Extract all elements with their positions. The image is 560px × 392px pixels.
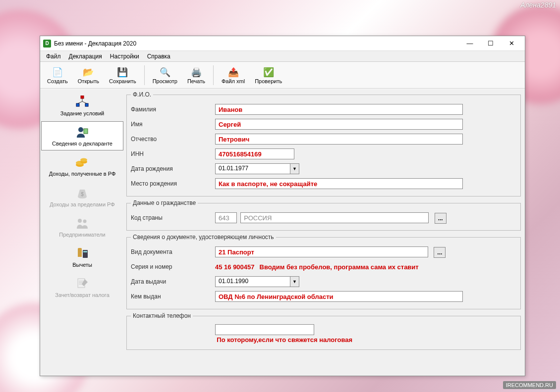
toolbar-separator bbox=[144, 65, 145, 85]
doc-type-input[interactable]: 21 Паспорт bbox=[215, 246, 428, 257]
sidebar-item-income-rf[interactable]: Доходы, полученные в РФ bbox=[41, 151, 123, 181]
sidebar-item-label: Зачет/возврат налога bbox=[55, 292, 110, 298]
sidebar-item-label: Предприниматели bbox=[59, 232, 105, 238]
fieldset-citizenship: Данные о гражданстве Код страны 643 РОСС… bbox=[126, 199, 521, 231]
series-note: Вводим без пробелов, программа сама их с… bbox=[260, 263, 419, 271]
menu-file[interactable]: Файл bbox=[42, 52, 65, 61]
country-browse-button[interactable]: ... bbox=[435, 213, 447, 224]
country-name-input: РОССИЯ bbox=[240, 212, 429, 223]
sidebar: Задание условий Сведения о декларанте До… bbox=[40, 89, 124, 376]
sack-icon: $ bbox=[74, 186, 91, 200]
app-window: D Без имени - Декларация 2020 — ☐ ✕ Файл… bbox=[40, 36, 525, 376]
open-folder-icon: 📂 bbox=[82, 66, 94, 78]
fieldset-fio: Ф.И.О. Фамилия Иванов Имя Сергей Отчеств… bbox=[126, 91, 521, 196]
svg-rect-7 bbox=[84, 129, 88, 134]
tb-open[interactable]: 📂 Открыть bbox=[74, 63, 103, 87]
inn-input[interactable]: 470516854169 bbox=[215, 148, 294, 159]
calculator-icon bbox=[74, 246, 91, 261]
issued-by-input[interactable]: ОВД №6 по Ленинградской области bbox=[215, 291, 463, 302]
document-edit-icon bbox=[74, 276, 91, 291]
svg-point-14 bbox=[83, 219, 87, 223]
surname-input[interactable]: Иванов bbox=[215, 104, 463, 115]
xml-export-icon: 📤 bbox=[227, 66, 239, 78]
watermark-site: IRECOMMEND.RU bbox=[503, 381, 556, 389]
conditions-icon bbox=[74, 95, 91, 109]
tb-preview-label: Просмотр bbox=[153, 78, 177, 84]
print-icon: 🖨️ bbox=[190, 66, 202, 78]
fieldset-contact: Контактный телефон По которому,если что … bbox=[126, 312, 521, 350]
svg-point-13 bbox=[78, 219, 82, 223]
tb-save-label: Сохранить bbox=[109, 78, 136, 84]
content-area: Задание условий Сведения о декларанте До… bbox=[40, 89, 525, 376]
country-code-input[interactable]: 643 bbox=[215, 212, 237, 223]
sidebar-item-label: Доходы за пределами РФ bbox=[50, 201, 114, 208]
close-button[interactable]: ✕ bbox=[501, 37, 522, 50]
sidebar-item-label: Доходы, полученные в РФ bbox=[49, 171, 116, 177]
sidebar-item-label: Вычеты bbox=[72, 262, 92, 268]
tb-open-label: Открыть bbox=[78, 78, 99, 84]
tb-print[interactable]: 🖨️ Печать bbox=[183, 63, 209, 87]
legend-fio: Ф.И.О. bbox=[131, 91, 153, 98]
menu-declaration[interactable]: Декларация bbox=[65, 52, 106, 61]
legend-citizenship: Данные о гражданстве bbox=[131, 199, 198, 206]
new-file-icon: 📄 bbox=[52, 66, 63, 78]
dob-label: Дата рождения bbox=[131, 165, 215, 172]
patronymic-input[interactable]: Петрович bbox=[215, 134, 463, 145]
issue-date-label: Дата выдачи bbox=[131, 278, 215, 285]
check-icon: ✅ bbox=[263, 66, 275, 78]
tb-xml[interactable]: 📤 Файл xml bbox=[218, 63, 249, 87]
series-label: Серия и номер bbox=[131, 263, 215, 270]
tb-preview[interactable]: 🔍 Просмотр bbox=[149, 63, 181, 87]
issue-date-value: 01.01.1990 bbox=[216, 277, 290, 287]
birthplace-input[interactable]: Как в паспорте, не сокращайте bbox=[215, 178, 463, 189]
chevron-down-icon[interactable]: ▼ bbox=[290, 277, 299, 287]
main-form: Ф.И.О. Фамилия Иванов Имя Сергей Отчеств… bbox=[124, 89, 525, 376]
phone-input[interactable] bbox=[215, 324, 314, 335]
svg-rect-1 bbox=[76, 103, 79, 106]
menu-settings[interactable]: Настройки bbox=[106, 52, 143, 61]
people-icon bbox=[74, 216, 91, 231]
sidebar-item-declarant[interactable]: Сведения о декларанте bbox=[41, 121, 123, 150]
tb-check-label: Проверить bbox=[255, 78, 282, 84]
window-title: Без имени - Декларация 2020 bbox=[54, 40, 459, 47]
sidebar-item-conditions[interactable]: Задание условий bbox=[41, 91, 123, 120]
person-icon bbox=[74, 125, 91, 140]
toolbar-separator bbox=[213, 65, 214, 85]
svg-text:$: $ bbox=[81, 192, 84, 197]
tb-save[interactable]: 💾 Сохранить bbox=[105, 63, 140, 87]
svg-point-11 bbox=[80, 158, 87, 162]
svg-rect-0 bbox=[81, 96, 84, 98]
sidebar-item-refund: Зачет/возврат налога bbox=[41, 273, 123, 302]
issued-by-label: Кем выдан bbox=[131, 293, 215, 300]
name-input[interactable]: Сергей bbox=[215, 119, 463, 130]
tb-new[interactable]: 📄 Создать bbox=[43, 63, 72, 87]
inn-label: ИНН bbox=[131, 150, 215, 157]
chevron-down-icon[interactable]: ▼ bbox=[290, 164, 299, 174]
menubar: Файл Декларация Настройки Справка bbox=[40, 51, 525, 62]
sidebar-item-deductions[interactable]: Вычеты bbox=[41, 243, 123, 272]
tb-check[interactable]: ✅ Проверить bbox=[251, 63, 286, 87]
series-value: 45 16 900457 bbox=[215, 263, 255, 271]
sidebar-item-income-foreign: $ Доходы за пределами РФ bbox=[41, 182, 123, 211]
svg-rect-2 bbox=[85, 103, 88, 106]
dob-datepicker[interactable]: 01.01.1977 ▼ bbox=[215, 163, 299, 174]
menu-help[interactable]: Справка bbox=[143, 52, 174, 61]
surname-label: Фамилия bbox=[131, 106, 215, 113]
sidebar-item-label: Сведения о декларанте bbox=[52, 141, 112, 147]
tb-xml-label: Файл xml bbox=[222, 78, 245, 84]
issue-date-datepicker[interactable]: 01.01.1990 ▼ bbox=[215, 276, 299, 287]
minimize-button[interactable]: — bbox=[459, 37, 480, 50]
tb-print-label: Печать bbox=[187, 78, 205, 84]
dob-value: 01.01.1977 bbox=[216, 164, 290, 174]
svg-line-5 bbox=[82, 101, 87, 103]
birthplace-label: Место рождения bbox=[131, 180, 215, 187]
patronymic-label: Отчество bbox=[131, 136, 215, 143]
maximize-button[interactable]: ☐ bbox=[480, 37, 501, 50]
sidebar-item-entrepreneurs: Предприниматели bbox=[41, 212, 123, 242]
preview-icon: 🔍 bbox=[159, 66, 171, 78]
svg-rect-16 bbox=[83, 251, 87, 252]
app-icon: D bbox=[43, 40, 51, 48]
doc-type-browse-button[interactable]: ... bbox=[434, 247, 446, 258]
svg-line-4 bbox=[78, 101, 82, 103]
fieldset-document: Сведения о документе, удостоверяющем лич… bbox=[126, 234, 521, 309]
